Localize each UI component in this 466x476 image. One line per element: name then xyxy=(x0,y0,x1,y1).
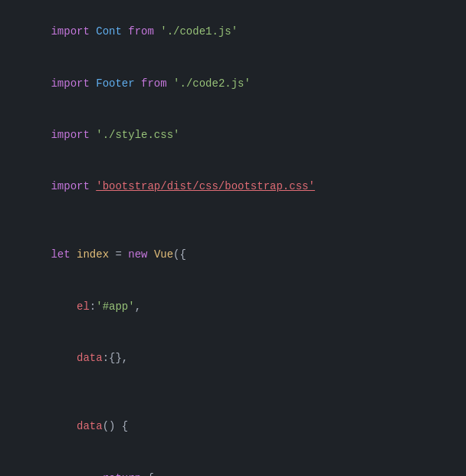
keyword-from: from xyxy=(128,25,154,38)
code-line-11: return { xyxy=(0,452,466,476)
plain-text xyxy=(122,25,128,38)
code-line-6: let index = new Vue({ xyxy=(0,229,466,281)
prop-data-fn: data xyxy=(77,420,103,432)
code-line-5 xyxy=(0,212,466,229)
identifier-footer: Footer xyxy=(96,77,134,90)
keyword-import: import xyxy=(51,77,96,90)
var-index: index xyxy=(77,248,109,261)
keyword-from: from xyxy=(141,77,167,90)
string-app: '#app' xyxy=(96,300,134,313)
code-line-1: import Cont from './code1.js' xyxy=(0,6,466,57)
prop-data: data xyxy=(77,352,103,364)
keyword-import: import xyxy=(51,180,96,192)
code-line-9 xyxy=(0,384,466,401)
code-line-3: import './style.css' xyxy=(0,109,466,160)
keyword-new: new xyxy=(128,248,154,261)
code-editor: import Cont from './code1.js' import Foo… xyxy=(0,0,466,476)
code-line-10: data() { xyxy=(0,401,466,452)
keyword-return: return xyxy=(103,472,141,476)
code-line-2: import Footer from './code2.js' xyxy=(0,57,466,109)
string-code1: './code1.js' xyxy=(160,25,238,38)
string-code2: './code2.js' xyxy=(173,77,251,90)
keyword-import: import xyxy=(51,129,96,141)
code-line-7: el:'#app', xyxy=(0,281,466,332)
string-style: './style.css' xyxy=(96,129,179,141)
identifier-cont: Cont xyxy=(96,25,122,38)
keyword-import: import xyxy=(51,25,96,38)
string-bootstrap: 'bootstrap/dist/css/bootstrap.css' xyxy=(96,180,315,192)
keyword-let: let xyxy=(51,248,77,261)
code-line-8: data:{}, xyxy=(0,332,466,383)
code-line-4: import 'bootstrap/dist/css/bootstrap.css… xyxy=(0,161,466,212)
prop-el: el xyxy=(77,300,90,313)
var-vue: Vue xyxy=(154,248,173,261)
